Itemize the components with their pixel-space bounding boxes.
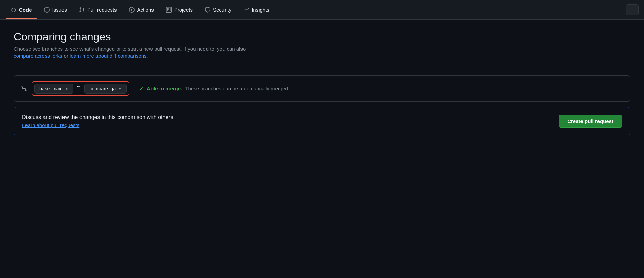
nav-label-pull-requests: Pull requests xyxy=(87,7,117,13)
arrow-dots: ··· xyxy=(77,90,81,94)
nav-item-issues[interactable]: Issues xyxy=(39,0,72,19)
base-branch-chevron: ▼ xyxy=(65,87,68,91)
pr-box: Discuss and review the changes in this c… xyxy=(14,107,630,135)
compare-branch-button[interactable]: compare: qa ▼ xyxy=(84,84,127,94)
nav-item-insights[interactable]: Insights xyxy=(238,0,275,19)
nav-label-projects: Projects xyxy=(174,7,193,13)
merge-description: These branches can be automatically merg… xyxy=(185,86,289,91)
nav-more-button[interactable]: ··· xyxy=(626,4,639,15)
create-pull-request-button[interactable]: Create pull request xyxy=(559,115,622,128)
nav-item-actions[interactable]: Actions xyxy=(124,0,159,19)
nav-item-pull-requests[interactable]: Pull requests xyxy=(74,0,122,19)
pull-requests-icon xyxy=(79,7,85,13)
nav-label-actions: Actions xyxy=(137,7,154,13)
code-icon xyxy=(11,7,16,13)
actions-icon xyxy=(129,7,135,13)
or-text: or xyxy=(62,53,70,59)
nav-label-issues: Issues xyxy=(52,7,67,13)
page-links: compare across forks or learn more about… xyxy=(14,53,630,59)
main-content: Comparing changes Choose two branches to… xyxy=(0,20,644,146)
compare-branches-icon xyxy=(21,85,28,92)
projects-icon xyxy=(166,7,172,13)
period: . xyxy=(147,53,148,59)
insights-icon xyxy=(244,7,249,13)
nav-item-security[interactable]: Security xyxy=(199,0,237,19)
nav-item-code[interactable]: Code xyxy=(5,0,37,19)
description-text: Choose two branches to see what's change… xyxy=(14,46,246,52)
learn-more-link[interactable]: learn more about diff comparisons xyxy=(70,53,147,59)
nav-bar: Code Issues Pull requests Actions xyxy=(0,0,644,20)
nav-label-security: Security xyxy=(213,7,231,13)
compare-box: base: main ▼ ← ··· compare: qa ▼ ✓ Able … xyxy=(14,75,630,102)
page-title: Comparing changes xyxy=(14,31,630,43)
pr-box-left: Discuss and review the changes in this c… xyxy=(22,114,175,128)
arrow-area: ← ··· xyxy=(76,83,82,94)
security-icon xyxy=(205,7,210,13)
divider xyxy=(14,67,630,67)
check-icon: ✓ xyxy=(139,85,144,92)
merge-status: ✓ Able to merge. These branches can be a… xyxy=(139,85,289,92)
branch-selector-group: base: main ▼ ← ··· compare: qa ▼ xyxy=(32,81,129,96)
pr-box-link: Learn about pull requests xyxy=(22,122,175,128)
learn-about-pull-requests-link[interactable]: Learn about pull requests xyxy=(22,122,79,128)
able-to-merge-text: Able to merge. xyxy=(147,86,182,91)
issues-icon xyxy=(44,7,50,13)
compare-branch-chevron: ▼ xyxy=(118,87,122,91)
base-branch-label: base: main xyxy=(39,86,62,91)
base-branch-button[interactable]: base: main ▼ xyxy=(34,84,73,94)
nav-label-insights: Insights xyxy=(252,7,269,13)
nav-label-code: Code xyxy=(19,7,32,13)
nav-item-projects[interactable]: Projects xyxy=(161,0,198,19)
left-arrow-icon: ← xyxy=(76,83,82,89)
page-description: Choose two branches to see what's change… xyxy=(14,46,630,52)
pr-box-text: Discuss and review the changes in this c… xyxy=(22,114,175,120)
compare-branch-label: compare: qa xyxy=(89,86,116,91)
compare-across-forks-link[interactable]: compare across forks xyxy=(14,53,62,59)
